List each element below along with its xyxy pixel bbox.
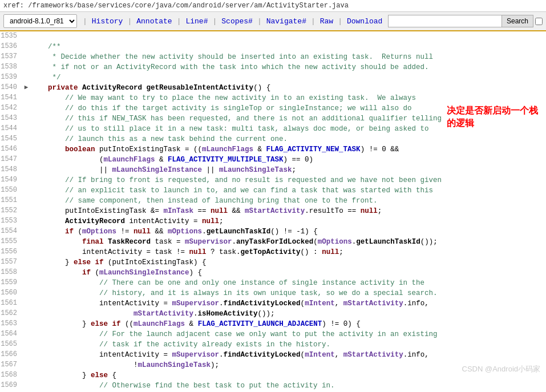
table-row: 1539 */ (0, 72, 546, 83)
line-content: * Decide whether the new activity should… (31, 52, 546, 62)
line-content: */ (31, 72, 546, 83)
line-number: 1560 (0, 288, 22, 297)
line-content: (mLaunchFlags & FLAG_ACTIVITY_MULTIPLE_T… (31, 155, 546, 165)
sep5: | (257, 17, 262, 26)
line-number: 1557 (0, 257, 22, 266)
code-lines: 1535 1536 /**1537 * Decide whether the n… (0, 31, 546, 391)
table-row: 1546 boolean putIntoExistingTask = ((mLa… (0, 144, 546, 155)
table-row: 1554 if (mOptions != null && mOptions.ge… (0, 227, 546, 237)
line-number: 1567 (0, 360, 22, 369)
line-content: // task if the activity already exists i… (31, 340, 546, 350)
lineno-link[interactable]: Line# (182, 16, 211, 27)
line-number: 1552 (0, 206, 22, 215)
download-link[interactable]: Download (343, 16, 386, 27)
table-row: 1564 // For the launch adjacent case we … (0, 329, 546, 340)
line-number: 1561 (0, 298, 22, 307)
table-row: 1553 ActivityRecord intentActivity = nul… (0, 216, 546, 227)
line-number: 1551 (0, 196, 22, 204)
table-row: 1545 // launch this as a new task behind… (0, 134, 546, 144)
line-content: // Otherwise find the best task to put t… (31, 381, 546, 391)
table-row: 1535 (0, 31, 546, 42)
line-content: private ActivityRecord getReusableIntent… (31, 83, 546, 93)
table-row: 1562 mStartActivity.isHomeActivity()); (0, 309, 546, 319)
line-number: 1555 (0, 237, 22, 245)
table-row: 1561 intentActivity = mSupervisor.findAc… (0, 298, 546, 309)
watermark: CSDN @Android小码家 (462, 364, 540, 374)
line-number: 1565 (0, 340, 22, 348)
line-number: 1543 (0, 114, 22, 122)
table-row: 1538 * if not or an ActivityRecord with … (0, 62, 546, 72)
line-number: 1548 (0, 165, 22, 173)
table-row: 1569 // Otherwise find the best task to … (0, 381, 546, 391)
line-content: // an explicit task to launch in to, and… (31, 185, 546, 196)
line-content: ActivityRecord intentActivity = null; (31, 216, 546, 227)
sep6: | (311, 17, 316, 26)
line-content: if (mLaunchSingleInstance) { (31, 268, 546, 278)
line-number: 1547 (0, 155, 22, 163)
line-content: boolean putIntoExistingTask = ((mLaunchF… (31, 144, 546, 155)
table-row: 1566 intentActivity = mSupervisor.findAc… (0, 350, 546, 360)
line-number: 1549 (0, 175, 22, 184)
line-content: // If bring to front is requested, and n… (31, 175, 546, 185)
line-number: 1570 (0, 391, 22, 391)
table-row: 1548 || mLaunchSingleInstance || mLaunch… (0, 165, 546, 175)
line-number: 1562 (0, 309, 22, 317)
sep2: | (127, 17, 132, 26)
navigate-link[interactable]: Navigate# (263, 16, 310, 27)
table-row: 1536 /** (0, 42, 546, 52)
line-number: 1553 (0, 216, 22, 225)
cn-annotation: 决定是否新启动一个栈的逻辑 (447, 104, 538, 130)
line-number: 1540 (0, 83, 22, 91)
search-input[interactable] (388, 15, 502, 27)
scopes-link[interactable]: Scopes# (218, 16, 256, 27)
annotate-link[interactable]: Annotate (133, 16, 175, 27)
line-number: 1545 (0, 134, 22, 143)
line-content: * if not or an ActivityRecord with the t… (31, 62, 546, 72)
table-row: 1550 // an explicit task to launch in to… (0, 185, 546, 196)
line-content: // launch this as a new task behind the … (31, 134, 546, 144)
line-number: 1563 (0, 319, 22, 328)
line-number: 1537 (0, 52, 22, 60)
line-number: 1559 (0, 278, 22, 286)
raw-link[interactable]: Raw (317, 16, 337, 27)
sep1: | (83, 17, 87, 26)
table-row: 1555 final TaskRecord task = mSupervisor… (0, 237, 546, 247)
line-content: // There can be one and only one instanc… (31, 278, 546, 288)
history-link[interactable]: History (88, 16, 127, 27)
table-row: 1547 (mLaunchFlags & FLAG_ACTIVITY_MULTI… (0, 155, 546, 165)
line-number: 1546 (0, 144, 22, 153)
search-button[interactable]: Search (502, 15, 533, 27)
version-dropdown[interactable]: android-8.1.0_r81 (3, 14, 77, 28)
table-row: 1559 // There can be one and only one in… (0, 278, 546, 288)
line-content: } else if (putIntoExistingTask) { (31, 257, 546, 268)
code-area: 1535 1536 /**1537 * Decide whether the n… (0, 31, 546, 391)
filepath-bar: xref: /frameworks/base/services/core/jav… (0, 0, 546, 12)
line-content: intentActivity = mSupervisor.findActivit… (31, 298, 546, 309)
line-number: 1554 (0, 227, 22, 235)
toolbar: android-8.1.0_r81 | History | Annotate |… (0, 12, 546, 31)
line-content: // We may want to try to place the new a… (31, 93, 546, 103)
line-number: 1564 (0, 329, 22, 338)
line-content: /** (31, 42, 546, 52)
line-number: 1541 (0, 93, 22, 102)
line-content: intentActivity = mSupervisor.findTaskLoc… (31, 391, 546, 391)
line-number: 1538 (0, 62, 22, 71)
table-row: 1549 // If bring to front is requested, … (0, 175, 546, 185)
line-number: 1558 (0, 268, 22, 276)
table-row: 1541 // We may want to try to place the … (0, 93, 546, 103)
line-number: 1568 (0, 370, 22, 379)
line-number: 1569 (0, 381, 22, 389)
table-row: 1556 intentActivity = task != null ? tas… (0, 247, 546, 257)
line-content: // For the launch adjacent case we only … (31, 329, 546, 340)
sep7: | (338, 17, 342, 26)
line-content: mStartActivity.isHomeActivity()); (31, 309, 546, 319)
line-number: 1542 (0, 103, 22, 112)
line-content: if (mOptions != null && mOptions.getLaun… (31, 227, 546, 237)
sep4: | (212, 17, 217, 26)
line-number: 1544 (0, 124, 22, 132)
table-row: 1558 if (mLaunchSingleInstance) { (0, 268, 546, 278)
search-checkbox[interactable] (535, 18, 543, 25)
table-row: 1570 intentActivity = mSupervisor.findTa… (0, 391, 546, 391)
breakpoint-arrow: ▶ (25, 84, 29, 91)
line-marker: ▶ (22, 83, 31, 91)
